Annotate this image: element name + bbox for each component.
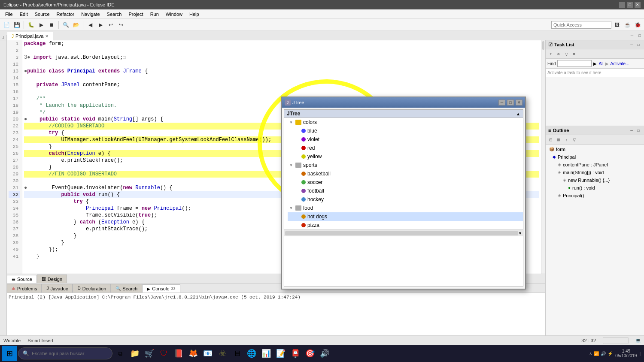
color-violet[interactable]: violet [288, 135, 523, 144]
color-yellow[interactable]: yellow [288, 152, 523, 161]
menu-edit[interactable]: Edit [16, 11, 31, 18]
all-link[interactable]: All [598, 61, 603, 66]
food-hotdogs[interactable]: hot dogs [288, 212, 523, 221]
outline-minimize[interactable]: ─ [629, 127, 635, 133]
activate-link[interactable]: Activate... [611, 61, 629, 66]
taskbar-outlook[interactable]: 📮 [289, 347, 302, 360]
taskbar-eclipse[interactable]: ☣ [216, 347, 229, 360]
taskbar-store[interactable]: 🛒 [143, 347, 156, 360]
editor-tab-principal[interactable]: J Principal.java ✕ [7, 32, 53, 40]
outline-form[interactable]: 📦 form [546, 145, 644, 153]
task-view-button[interactable]: ⧉ [113, 347, 127, 360]
quick-access-input[interactable] [551, 21, 611, 29]
dialog-maximize[interactable]: □ [507, 100, 514, 106]
close-button[interactable]: ✕ [635, 2, 641, 8]
design-tab[interactable]: 🖼 Design [37, 275, 67, 283]
outline-main[interactable]: ◈ main(String[]) : void [546, 169, 644, 176]
jtree-scroll-down[interactable]: ▼ [518, 231, 522, 235]
menu-project[interactable]: Project [125, 11, 146, 18]
back-button[interactable]: ↩ [106, 20, 115, 30]
maximize-button[interactable]: □ [627, 2, 633, 8]
scroll-up[interactable]: ▲ [516, 112, 520, 116]
run-button[interactable]: ▶ [36, 20, 46, 30]
jtree-scrollbar[interactable]: ▼ [284, 229, 523, 236]
minimize-editor[interactable]: ─ [629, 32, 635, 39]
taskbar-antivirus[interactable]: 🛡 [157, 347, 171, 360]
perspectives-button[interactable]: 🖼 [612, 20, 622, 30]
menu-navigate[interactable]: Navigate [78, 11, 103, 18]
outline-sort[interactable]: ↕ [563, 136, 570, 143]
sports-toggle[interactable]: ▼ [289, 163, 294, 167]
forward-button[interactable]: ↪ [116, 20, 126, 30]
next-edit[interactable]: ▶ [96, 20, 105, 30]
sport-hockey[interactable]: hockey [288, 195, 523, 204]
dialog-close[interactable]: ✕ [516, 100, 522, 106]
stop-button[interactable]: ⏹ [47, 20, 56, 30]
menu-source[interactable]: Source [31, 11, 53, 18]
menu-window[interactable]: Window [162, 11, 186, 18]
sport-football[interactable]: football [288, 187, 523, 195]
sport-basketball[interactable]: basketball [288, 169, 523, 178]
tab-declaration[interactable]: D Declaration [73, 284, 111, 293]
outline-maximize[interactable]: □ [635, 127, 641, 133]
taskbar-pdf[interactable]: 📕 [172, 347, 185, 360]
menu-search[interactable]: Search [103, 11, 125, 18]
taskbar-firefox[interactable]: 🦊 [186, 347, 200, 360]
colors-folder[interactable]: ▼ colors [288, 118, 523, 127]
sports-folder[interactable]: ▼ sports [288, 161, 523, 169]
menu-run[interactable]: Run [147, 11, 162, 18]
taskbar-excel[interactable]: 📊 [259, 347, 273, 360]
taskbar-clock[interactable]: 1:49 05/10/2019 [615, 349, 637, 358]
task-maximize[interactable]: □ [635, 42, 641, 48]
search-button[interactable]: 🔍 [61, 20, 70, 30]
save-button[interactable]: 💾 [12, 20, 21, 30]
outline-principal[interactable]: ◆ Principal [546, 153, 644, 161]
editor-tab-close[interactable]: ✕ [45, 34, 49, 39]
minimize-button[interactable]: ─ [619, 2, 625, 8]
tray-wifi[interactable]: 📶 [594, 351, 599, 356]
jtree-dialog[interactable]: J JTree ─ □ ✕ JTree ▲ ▼ colors [281, 97, 526, 290]
food-folder[interactable]: ▼ food [288, 204, 523, 212]
tray-volume[interactable]: 🔊 [601, 351, 606, 356]
menu-file[interactable]: File [2, 11, 16, 18]
jtree-panel[interactable]: JTree ▲ ▼ colors blue violet [284, 109, 523, 287]
scrollbar-thumb[interactable] [542, 41, 544, 50]
task-minimize[interactable]: ─ [629, 42, 635, 48]
task-new[interactable]: + [547, 51, 554, 57]
task-filter[interactable]: ▽ [563, 51, 570, 57]
colors-toggle[interactable]: ▼ [289, 121, 294, 124]
color-blue[interactable]: blue [288, 127, 523, 135]
taskbar-word[interactable]: 📝 [274, 347, 288, 360]
taskbar-vmware[interactable]: 🖥 [230, 347, 244, 360]
tab-javadoc[interactable]: J Javadoc [42, 284, 73, 293]
menu-help[interactable]: Help [186, 11, 203, 18]
sport-soccer[interactable]: soccer [288, 178, 523, 187]
prev-edit[interactable]: ◀ [85, 20, 95, 30]
jtree-scrollbar-thumb[interactable] [285, 231, 518, 235]
outline-run[interactable]: ● run() : void [546, 184, 644, 192]
java-perspective[interactable]: ☕ [623, 20, 632, 30]
food-pizza[interactable]: pizza [288, 221, 523, 229]
taskbar-app7[interactable]: 📧 [201, 347, 215, 360]
outline-filter[interactable]: ▽ [571, 136, 577, 143]
dialog-minimize[interactable]: ─ [498, 100, 505, 106]
tab-console[interactable]: ▶ Console 33 [142, 284, 180, 293]
new-button[interactable]: 📄 [2, 20, 11, 30]
taskbar-files[interactable]: 📁 [128, 347, 142, 360]
tray-power[interactable]: ⚡ [608, 351, 613, 356]
maximize-editor[interactable]: □ [636, 32, 643, 39]
outline-collapse[interactable]: ⊟ [547, 136, 554, 143]
task-group[interactable]: ≡ [571, 51, 577, 57]
find-input[interactable] [557, 60, 592, 67]
open-resource[interactable]: 📂 [71, 20, 81, 30]
tab-search[interactable]: 🔍 Search [111, 284, 142, 293]
debug-button[interactable]: 🐛 [26, 20, 36, 30]
start-button[interactable]: ⊞ [2, 346, 17, 361]
taskbar-chrome[interactable]: 🌐 [245, 347, 258, 360]
task-delete[interactable]: ✕ [555, 51, 562, 57]
taskbar-app14[interactable]: 🔊 [318, 347, 331, 360]
outline-contentpane[interactable]: ◈ contentPane : JPanel [546, 161, 644, 169]
editor-scrollbar[interactable] [541, 40, 545, 274]
food-toggle[interactable]: ▼ [289, 206, 294, 210]
taskbar-search-input[interactable] [32, 351, 100, 356]
